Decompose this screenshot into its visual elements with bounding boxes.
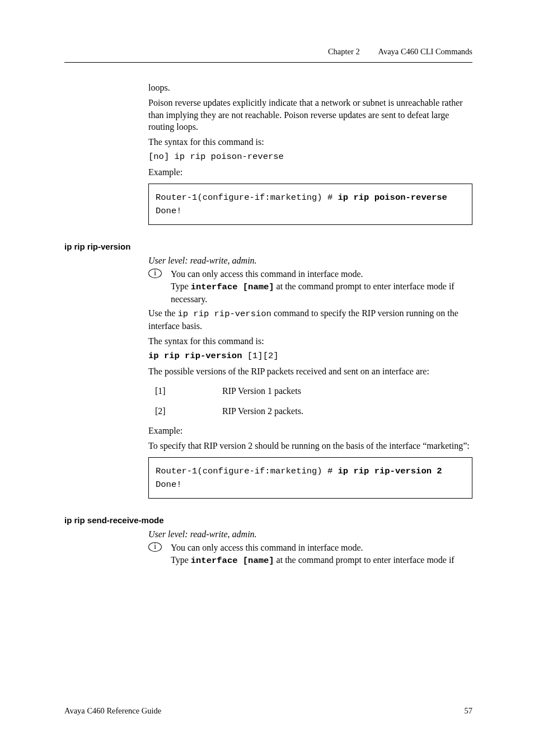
example-label: Example:	[148, 166, 472, 178]
code-bold-2: ip rip rip-version 2	[338, 466, 442, 476]
info-line2bb: at the command prompt to enter interface…	[274, 555, 455, 565]
example-desc-2: To specify that RIP version 2 should be …	[148, 440, 472, 452]
info-line1b: You can only access this command in inte…	[171, 543, 363, 552]
chapter-label: Chapter 2	[328, 47, 360, 56]
code-box-2: Router-1(configure-if:marketing) # ip ri…	[148, 457, 472, 499]
example-label-2: Example:	[148, 425, 472, 436]
version-row-1: [1] RIP Version 1 packets	[155, 385, 472, 397]
footer-left: Avaya C460 Reference Guide	[64, 706, 161, 716]
info-line2ab: Type	[171, 555, 191, 565]
heading-send-receive: ip rip send-receive-mode	[64, 515, 472, 525]
text-loops: loops.	[148, 82, 472, 93]
syntax-label-2: The syntax for this command is:	[148, 335, 472, 347]
version-row-2: [2] RIP Version 2 packets.	[155, 405, 472, 417]
info-icon-wrap: i	[148, 268, 171, 278]
version-val-2: RIP Version 2 packets.	[222, 405, 472, 417]
body-block-1: loops. Poison reverse updates explicitly…	[64, 82, 472, 225]
footer-page-number: 57	[465, 706, 473, 716]
code-box-1: Router-1(configure-if:marketing) # ip ri…	[148, 184, 472, 225]
page: Chapter 2 Avaya C460 CLI Commands loops.…	[0, 0, 534, 756]
version-key-1: [1]	[155, 385, 222, 397]
text-poison-desc: Poison reverse updates explicitly indica…	[148, 97, 472, 133]
use-cmd: ip rip rip-version	[177, 309, 271, 319]
info-icon-wrap-2: i	[148, 542, 171, 552]
syntax-command: [no] ip rip poison-reverse	[148, 151, 472, 163]
code-done-2: Done!	[156, 480, 182, 490]
syntax-bold: ip rip rip-version	[148, 351, 242, 361]
info-text-2: You can only access this command in inte…	[171, 542, 472, 567]
version-key-2: [2]	[155, 405, 222, 417]
page-footer: Avaya C460 Reference Guide 57	[64, 706, 472, 716]
body-block-2: Use the ip rip rip-version command to sp…	[64, 307, 472, 499]
info-line2a: Type	[171, 281, 191, 291]
info-line2-bold: interface [name]	[191, 282, 274, 292]
version-val-1: RIP Version 1 packets	[222, 385, 472, 397]
info-icon: i	[148, 269, 162, 278]
doc-title: Avaya C460 CLI Commands	[378, 47, 472, 56]
possible-versions: The possible versions of the RIP packets…	[148, 365, 472, 377]
code-text: Router-1(configure-if:marketing) #	[156, 192, 338, 203]
code-bold: ip rip poison-reverse	[338, 192, 447, 203]
use-a: Use the	[148, 308, 177, 318]
page-header: Chapter 2 Avaya C460 CLI Commands	[64, 47, 472, 63]
syntax-tail: [1][2]	[242, 351, 278, 361]
info-note-send-receive: i You can only access this command in in…	[148, 542, 472, 567]
user-level-send-receive: User level: read-write, admin.	[148, 529, 472, 539]
info-text: You can only access this command in inte…	[171, 268, 472, 305]
heading-rip-version: ip rip rip-version	[64, 242, 472, 251]
version-table: [1] RIP Version 1 packets [2] RIP Versio…	[155, 385, 472, 417]
syntax-label: The syntax for this command is:	[148, 136, 472, 148]
code-done: Done!	[156, 206, 182, 216]
use-line: Use the ip rip rip-version command to sp…	[148, 307, 472, 332]
info-icon-2: i	[148, 542, 162, 552]
code-text-2: Router-1(configure-if:marketing) #	[156, 466, 338, 476]
user-level-rip-version: User level: read-write, admin.	[148, 256, 472, 266]
syntax-command-2: ip rip rip-version [1][2]	[148, 350, 472, 362]
info-note-rip-version: i You can only access this command in in…	[148, 268, 472, 305]
info-line1: You can only access this command in inte…	[171, 269, 363, 279]
info-line2-bold-b: interface [name]	[191, 556, 274, 566]
